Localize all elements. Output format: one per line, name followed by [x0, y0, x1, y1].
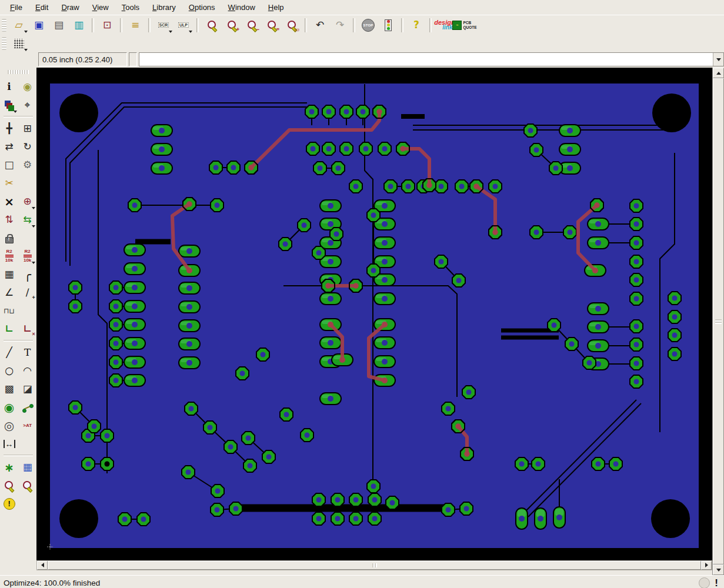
menu-file[interactable]: File [4, 1, 29, 14]
via-hole [371, 213, 376, 218]
dimension-tool[interactable]: ↔ [1, 436, 18, 452]
horizontal-scroll-thumb[interactable] [48, 561, 701, 570]
attribute-tool[interactable]: >AT [19, 417, 36, 434]
mark-tool[interactable]: ⌖ [19, 97, 36, 113]
undo-button[interactable]: ↶ [311, 17, 329, 34]
via-tool[interactable]: ◉ [1, 399, 18, 416]
optimize-tool[interactable]: ∕+ [19, 285, 36, 301]
scroll-down-button[interactable] [713, 564, 724, 575]
miter-tool[interactable]: ╭ [19, 266, 36, 283]
delete-tool[interactable]: × [1, 193, 18, 210]
group-tool[interactable]: □ [1, 157, 18, 173]
stop-button[interactable]: STOP [359, 17, 378, 34]
menu-help[interactable]: Help [262, 1, 291, 14]
run-script-button[interactable]: SCR [154, 17, 173, 34]
info-tool[interactable]: i [1, 79, 18, 95]
toolbar-drag-handle[interactable] [2, 19, 6, 32]
help-button[interactable]: ? [407, 17, 426, 34]
wire-tool[interactable]: ╱ [1, 345, 18, 361]
printer-icon: ▤ [54, 20, 64, 30]
menu-draw[interactable]: Draw [55, 1, 85, 14]
design-link-button[interactable]: designlink [435, 17, 454, 34]
command-dropdown-button[interactable] [713, 53, 723, 66]
cam-export-button[interactable]: ▥ [69, 17, 88, 34]
command-input[interactable] [139, 53, 713, 66]
redo-button[interactable]: ↷ [331, 17, 349, 34]
via-hole [466, 390, 472, 395]
scroll-right-button[interactable] [701, 561, 712, 570]
menu-tools[interactable]: Tools [115, 1, 146, 14]
circle-tool[interactable]: ○ [1, 363, 18, 379]
smash-ic-icon: ▦ [5, 269, 14, 279]
zoom-out-button[interactable]: − [242, 17, 261, 34]
arc-tool[interactable]: ◠ [19, 363, 36, 379]
scroll-up-button[interactable] [713, 68, 724, 78]
add-tool[interactable]: ⊕ [19, 193, 36, 210]
pcb-quote-button[interactable]: ⌁PCBQUOTE [455, 17, 474, 34]
via-hole [336, 166, 341, 171]
pad-hole [595, 306, 601, 312]
autorouter-tool[interactable]: ▦ [19, 459, 36, 476]
ratsnest-tool[interactable]: ∗ [1, 459, 18, 476]
zoom-redraw-button[interactable]: = [262, 17, 281, 34]
name-tool[interactable]: R210k [1, 248, 18, 265]
menu-window[interactable]: Window [222, 1, 262, 14]
menu-edit[interactable]: Edit [29, 1, 55, 14]
library-button[interactable]: ≡ [126, 17, 145, 34]
right-arrow-icon [705, 563, 708, 567]
pad-hole [132, 340, 138, 346]
cut-tool[interactable]: ✂ [1, 175, 18, 192]
drc-tool[interactable] [1, 477, 18, 494]
scroll-left-button[interactable] [37, 561, 48, 570]
copy-tool[interactable]: ⊞ [19, 121, 36, 137]
value-tool[interactable]: R210k [19, 248, 36, 265]
hole-tool[interactable]: ◎ [1, 417, 18, 434]
grid-button[interactable] [9, 35, 28, 52]
erc-errors-tool[interactable] [19, 477, 36, 494]
display-tool[interactable] [1, 97, 18, 113]
palette-drag-handle[interactable] [8, 70, 29, 74]
change-tool[interactable]: ⚙ [19, 157, 36, 173]
signal-tool[interactable] [19, 399, 36, 416]
pad-hole [556, 514, 562, 520]
gateswap-tool[interactable]: ⇆ [19, 212, 36, 228]
move-tool[interactable]: ╋ [1, 121, 18, 137]
toolbar-drag-handle[interactable] [2, 37, 6, 50]
pcb-canvas[interactable] [36, 68, 712, 560]
ratsnest-star-icon: ∗ [4, 462, 14, 473]
horizontal-scrollbar[interactable] [36, 560, 712, 570]
lock-tool[interactable] [1, 230, 18, 246]
board-schematic-button[interactable]: ⊡ [98, 17, 116, 34]
zoom-select-button[interactable]: ▭ [282, 17, 301, 34]
show-tool[interactable]: ◉ [19, 79, 36, 95]
print-button[interactable]: ▤ [49, 17, 68, 34]
ripup-tool[interactable]: ∟× [19, 321, 36, 338]
rect-tool[interactable]: ▩ [1, 381, 18, 397]
pinswap-tool[interactable]: ⇅ [1, 212, 18, 228]
run-ulp-button[interactable]: ULP [174, 17, 193, 34]
text-tool[interactable]: T [19, 345, 36, 361]
mirror-tool[interactable]: ⇄ [1, 139, 18, 155]
smash-tool[interactable]: ▦ [1, 266, 18, 283]
menu-view[interactable]: View [86, 1, 115, 14]
pad-hole [186, 360, 192, 366]
meander-tool[interactable]: ⊓⊔ [1, 303, 18, 319]
pcb-board-drawing[interactable] [36, 68, 712, 560]
menu-options[interactable]: Options [182, 1, 222, 14]
save-button[interactable]: ▣ [29, 17, 48, 34]
via-hole [528, 128, 533, 133]
split-tool[interactable]: ∠ [1, 285, 18, 301]
menu-library[interactable]: Library [146, 1, 182, 14]
open-file-button[interactable]: ▱ [9, 17, 28, 34]
zoom-in-button[interactable]: + [222, 17, 241, 34]
route-tool[interactable]: ∟ [1, 321, 18, 338]
vertical-scroll-thumb[interactable] [713, 78, 724, 564]
icon-suffix: + [32, 295, 35, 300]
vertical-scrollbar[interactable] [712, 68, 724, 575]
traffic-light-button[interactable] [379, 17, 398, 34]
rotate-tool[interactable]: ↻ [19, 139, 36, 155]
zoom-fit-button[interactable] [202, 17, 221, 34]
hole-target-icon: ◎ [4, 420, 14, 432]
polygon-tool[interactable]: ◪ [19, 381, 36, 397]
errors-tool[interactable]: ! [1, 496, 18, 512]
